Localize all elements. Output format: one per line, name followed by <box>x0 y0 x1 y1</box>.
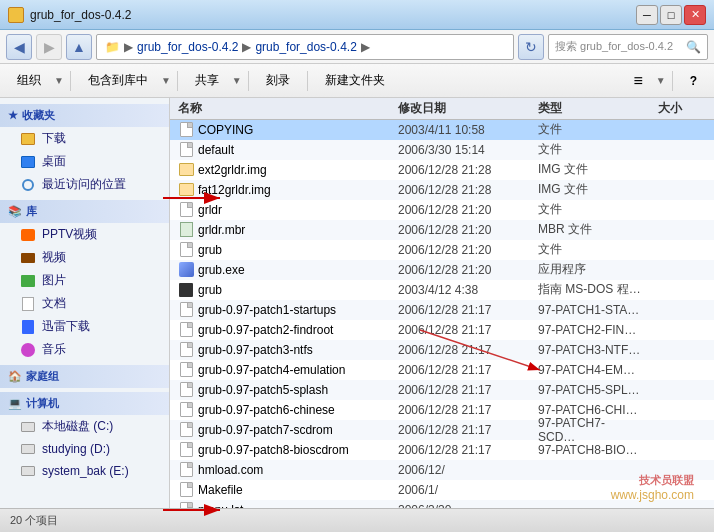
table-row[interactable]: Makefile 2006/1/ <box>170 480 714 500</box>
table-row[interactable]: default 2006/3/30 15:14 文件 <box>170 140 714 160</box>
close-button[interactable]: ✕ <box>684 5 706 25</box>
file-date-cell: 2006/12/28 21:20 <box>390 243 530 257</box>
sidebar-item-picture[interactable]: 图片 <box>0 269 169 292</box>
table-row[interactable]: grldr 2006/12/28 21:20 文件 <box>170 200 714 220</box>
file-date-cell: 2006/12/28 21:28 <box>390 163 530 177</box>
video-icon <box>20 250 36 266</box>
file-date-cell: 2006/12/28 21:17 <box>390 423 530 437</box>
sidebar-item-music[interactable]: 音乐 <box>0 338 169 361</box>
file-type-cell: 97-PATCH3-NTF… <box>530 343 650 357</box>
sidebar-item-desktop[interactable]: 桌面 <box>0 150 169 173</box>
table-row[interactable]: hmload.com 2006/12/ <box>170 460 714 480</box>
forward-button[interactable]: ▶ <box>36 34 62 60</box>
col-header-size[interactable]: 大小 <box>650 98 714 119</box>
table-row[interactable]: grub 2003/4/12 4:38 指南 MS-DOS 程… <box>170 280 714 300</box>
table-row[interactable]: grub-0.97-patch3-ntfs 2006/12/28 21:17 9… <box>170 340 714 360</box>
file-name-cell: grub-0.97-patch1-startups <box>170 302 390 318</box>
library-header[interactable]: 📚 库 <box>0 200 169 223</box>
table-row[interactable]: grub-0.97-patch2-findroot 2006/12/28 21:… <box>170 320 714 340</box>
new-folder-button[interactable]: 新建文件夹 <box>314 67 396 95</box>
favorites-section: ★ 收藏夹 下载 桌面 最近访问的位置 <box>0 104 169 196</box>
file-type-cell: 文件 <box>530 201 650 218</box>
file-name: grub-0.97-patch6-chinese <box>198 403 335 417</box>
file-name-cell: grub <box>170 282 390 298</box>
up-button[interactable]: ▲ <box>66 34 92 60</box>
table-row[interactable]: fat12grldr.img 2006/12/28 21:28 IMG 文件 <box>170 180 714 200</box>
minimize-button[interactable]: ─ <box>636 5 658 25</box>
toolbar-sep1: ▼ <box>54 75 64 86</box>
file-date-cell: 2006/12/28 21:17 <box>390 343 530 357</box>
file-type-cell: MBR 文件 <box>530 221 650 238</box>
recent-label: 最近访问的位置 <box>42 176 126 193</box>
col-header-type[interactable]: 类型 <box>530 98 650 119</box>
refresh-button[interactable]: ↻ <box>518 34 544 60</box>
sidebar-item-download[interactable]: 下载 <box>0 127 169 150</box>
file-type-cell: 指南 MS-DOS 程… <box>530 281 650 298</box>
sidebar-item-disk-c[interactable]: 本地磁盘 (C:) <box>0 415 169 438</box>
table-row[interactable]: grub-0.97-patch8-bioscdrom 2006/12/28 21… <box>170 440 714 460</box>
file-type-icon <box>178 262 194 278</box>
col-header-name[interactable]: 名称 <box>170 98 390 119</box>
disk-d-icon <box>20 441 36 457</box>
sidebar-item-document[interactable]: 文档 <box>0 292 169 315</box>
file-type-icon <box>178 222 194 238</box>
table-row[interactable]: grub.exe 2006/12/28 21:20 应用程序 <box>170 260 714 280</box>
table-row[interactable]: grub-0.97-patch7-scdrom 2006/12/28 21:17… <box>170 420 714 440</box>
file-type-icon <box>178 382 194 398</box>
disk-e-icon <box>20 463 36 479</box>
share-button[interactable]: 共享 <box>184 67 230 95</box>
file-date-cell: 2006/12/28 21:17 <box>390 323 530 337</box>
status-bar: 20 个项目 <box>0 508 714 532</box>
file-type-cell: 97-PATCH8-BIO… <box>530 443 650 457</box>
desktop-icon <box>20 154 36 170</box>
back-button[interactable]: ◀ <box>6 34 32 60</box>
help-button[interactable]: ? <box>679 67 708 95</box>
sidebar-item-pptv[interactable]: PPTV视频 <box>0 223 169 246</box>
col-header-date[interactable]: 修改日期 <box>390 98 530 119</box>
main-area: ★ 收藏夹 下载 桌面 最近访问的位置 📚 库 PP <box>0 98 714 508</box>
file-name-cell: grub-0.97-patch6-chinese <box>170 402 390 418</box>
music-label: 音乐 <box>42 341 66 358</box>
toolbar-separator-1 <box>70 71 71 91</box>
homegroup-header[interactable]: 🏠 家庭组 <box>0 365 169 388</box>
table-row[interactable]: grub 2006/12/28 21:20 文件 <box>170 240 714 260</box>
maximize-button[interactable]: □ <box>660 5 682 25</box>
path-segment-1[interactable]: grub_for_dos-0.4.2 <box>137 40 238 54</box>
sidebar-item-disk-d[interactable]: studying (D:) <box>0 438 169 460</box>
include-button[interactable]: 包含到库中 <box>77 67 159 95</box>
file-name: grub-0.97-patch2-findroot <box>198 323 333 337</box>
file-name: grub-0.97-patch5-splash <box>198 383 328 397</box>
file-name-cell: grub-0.97-patch4-emulation <box>170 362 390 378</box>
sidebar-item-recent[interactable]: 最近访问的位置 <box>0 173 169 196</box>
toolbar-sep2: ▼ <box>161 75 171 86</box>
sidebar-item-video[interactable]: 视频 <box>0 246 169 269</box>
pptv-label: PPTV视频 <box>42 226 97 243</box>
table-row[interactable]: COPYING 2003/4/11 10:58 文件 <box>170 120 714 140</box>
thunder-icon <box>20 319 36 335</box>
file-date-cell: 2003/4/11 10:58 <box>390 123 530 137</box>
table-row[interactable]: menu.lst 2006/3/30 <box>170 500 714 508</box>
table-row[interactable]: ext2grldr.img 2006/12/28 21:28 IMG 文件 <box>170 160 714 180</box>
sidebar-item-disk-e[interactable]: system_bak (E:) <box>0 460 169 482</box>
file-name-cell: fat12grldr.img <box>170 182 390 198</box>
file-type-cell: 97-PATCH1-STA… <box>530 303 650 317</box>
address-bar: ◀ ▶ ▲ 📁 ▶ grub_for_dos-0.4.2 ▶ grub_for_… <box>0 30 714 64</box>
file-name: Makefile <box>198 483 243 497</box>
search-box[interactable]: 搜索 grub_for_dos-0.4.2 🔍 <box>548 34 708 60</box>
path-segment-2[interactable]: grub_for_dos-0.4.2 <box>255 40 356 54</box>
disk-e-label: system_bak (E:) <box>42 464 129 478</box>
picture-icon <box>20 273 36 289</box>
view-button[interactable]: ≡ <box>622 67 653 95</box>
computer-header[interactable]: 💻 计算机 <box>0 392 169 415</box>
table-row[interactable]: grldr.mbr 2006/12/28 21:20 MBR 文件 <box>170 220 714 240</box>
table-row[interactable]: grub-0.97-patch1-startups 2006/12/28 21:… <box>170 300 714 320</box>
file-name: grldr.mbr <box>198 223 245 237</box>
table-row[interactable]: grub-0.97-patch4-emulation 2006/12/28 21… <box>170 360 714 380</box>
favorites-header[interactable]: ★ 收藏夹 <box>0 104 169 127</box>
organize-button[interactable]: 组织 <box>6 67 52 95</box>
burn-button[interactable]: 刻录 <box>255 67 301 95</box>
file-list-body: COPYING 2003/4/11 10:58 文件 default 2006/… <box>170 120 714 508</box>
address-path[interactable]: 📁 ▶ grub_for_dos-0.4.2 ▶ grub_for_dos-0.… <box>96 34 514 60</box>
sidebar-item-thunder[interactable]: 迅雷下载 <box>0 315 169 338</box>
table-row[interactable]: grub-0.97-patch5-splash 2006/12/28 21:17… <box>170 380 714 400</box>
